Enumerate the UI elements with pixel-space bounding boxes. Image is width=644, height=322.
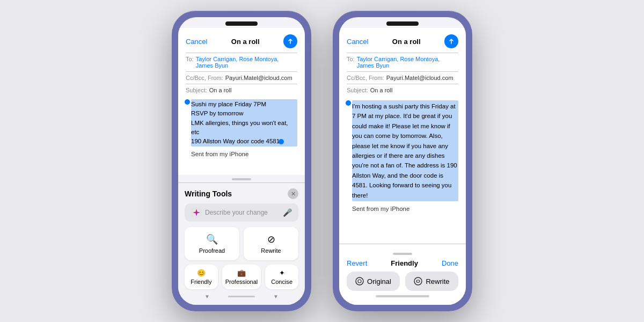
rewrite-toggle-icon: [414, 277, 422, 286]
cancel-button-2[interactable]: Cancel: [347, 38, 368, 46]
subject-field-1[interactable]: Subject: On a roll: [186, 84, 297, 96]
to-value-1: Taylor Carrigan, Rose Montoya, James Byu…: [196, 56, 297, 69]
drag-handle-2[interactable]: [393, 253, 412, 255]
original-icon: [355, 277, 364, 286]
drag-handle-1[interactable]: [232, 178, 251, 180]
ccbcc-field-2[interactable]: Cc/Bcc, From: Payuri.Matel@icloud.com: [347, 71, 458, 84]
cursor-bottom-1: [279, 139, 284, 144]
professional-label: Professional: [225, 279, 258, 285]
send-button-1[interactable]: [283, 34, 297, 48]
subject-label-1: Subject:: [186, 87, 207, 93]
body-footer-text-1: Sent from my iPhone: [191, 150, 297, 159]
ai-sparkle-icon: [191, 207, 202, 218]
dynamic-island-2: [386, 21, 419, 26]
concise-label: Concise: [271, 279, 292, 285]
svg-point-1: [356, 277, 363, 285]
email-header-1: Cancel On a roll To: Taylor Carrigan, Ro…: [178, 28, 305, 96]
writing-tools-panel: Writing Tools ✕: [178, 182, 305, 305]
proofread-icon: 🔍: [206, 233, 218, 245]
to-field-1[interactable]: To: Taylor Carrigan, Rose Montoya, James…: [186, 53, 297, 71]
ccbcc-label-1: Cc/Bcc, From:: [186, 75, 223, 81]
email-header-2: Cancel On a roll To: Taylor Carrigan, Ro…: [339, 28, 466, 96]
phone-1-screen: Cancel On a roll To: Taylor Carrigan, Ro…: [178, 17, 305, 305]
cursor-top-2: [346, 100, 351, 106]
subject-field-2[interactable]: Subject: On a roll: [347, 84, 458, 96]
to-label-2: To:: [347, 56, 355, 62]
subject-value-1: On a roll: [209, 87, 232, 93]
wt-header: Writing Tools ✕: [185, 188, 298, 199]
send-button-2[interactable]: [444, 34, 458, 48]
email-compose-2: Cancel On a roll To: Taylor Carrigan, Ro…: [339, 28, 466, 244]
dynamic-island-1: [225, 21, 258, 26]
ccbcc-value-2: Payuri.Matel@icloud.com: [386, 75, 453, 81]
revert-button[interactable]: Revert: [347, 259, 367, 267]
cancel-button-1[interactable]: Cancel: [186, 38, 207, 46]
original-button[interactable]: Original: [347, 272, 400, 291]
phones-container: Cancel On a roll To: Taylor Carrigan, Ro…: [0, 0, 644, 322]
professional-icon: 💼: [237, 269, 246, 277]
concise-icon: ✦: [279, 269, 285, 277]
wt-small-buttons: 😊 Friendly 💼 Professional ✦ Concise: [185, 265, 298, 289]
rewrite-toggle-button[interactable]: Rewrite: [405, 272, 458, 291]
subject-label-2: Subject:: [347, 87, 368, 93]
email-body-1[interactable]: Sushi my place Friday 7PMRSVP by tomorro…: [178, 96, 305, 175]
to-value-2: Taylor Carrigan, Rose Montoya, James Byu…: [357, 56, 458, 69]
ccbcc-label-2: Cc/Bcc, From:: [347, 75, 384, 81]
friendly-label: Friendly: [191, 279, 211, 285]
mic-icon[interactable]: 🎤: [283, 208, 292, 217]
professional-button[interactable]: 💼 Professional: [222, 265, 261, 289]
nav-row-2: Cancel On a roll: [347, 32, 458, 53]
wt-close-button[interactable]: ✕: [288, 188, 298, 199]
rewrite-toggle-row: Original Rewrite: [347, 272, 458, 291]
to-label-1: To:: [186, 56, 194, 62]
concise-button[interactable]: ✦ Concise: [265, 265, 298, 289]
ccbcc-value-1: Payuri.Matel@icloud.com: [225, 75, 292, 81]
to-field-2[interactable]: To: Taylor Carrigan, Rose Montoya, James…: [347, 53, 458, 71]
phone-1: Cancel On a roll To: Taylor Carrigan, Ro…: [172, 11, 311, 311]
friendly-button[interactable]: 😊 Friendly: [185, 265, 218, 289]
original-label: Original: [367, 277, 391, 286]
wt-large-buttons: 🔍 Proofread ⊘ Rewrite: [185, 227, 298, 260]
rewrite-mode-row: Revert Friendly Done: [347, 257, 458, 272]
svg-point-2: [414, 277, 422, 285]
rewritten-text: I'm hosting a sushi party this Friday at…: [352, 100, 458, 201]
wt-search-placeholder: Describe your change: [205, 209, 280, 216]
home-indicator-2: [376, 295, 429, 297]
email-compose-1: Cancel On a roll To: Taylor Carrigan, Ro…: [178, 28, 305, 175]
rewrite-body-2[interactable]: I'm hosting a sushi party this Friday at…: [339, 96, 466, 244]
body-footer-text-2: Sent from my iPhone: [352, 204, 458, 214]
proofread-label: Proofread: [199, 247, 225, 254]
proofread-button[interactable]: 🔍 Proofread: [185, 227, 239, 260]
rewrite-button[interactable]: ⊘ Rewrite: [244, 227, 298, 260]
nav-title-2: On a roll: [392, 38, 421, 46]
nav-title-1: On a roll: [231, 38, 260, 46]
phone-2: Cancel On a roll To: Taylor Carrigan, Ro…: [333, 11, 472, 311]
rewrite-label: Rewrite: [261, 247, 281, 254]
wt-title: Writing Tools: [185, 189, 232, 198]
rewrite-icon: ⊘: [267, 233, 275, 245]
phone-2-screen: Cancel On a roll To: Taylor Carrigan, Ro…: [339, 17, 466, 305]
done-button[interactable]: Done: [442, 259, 458, 267]
cursor-top-1: [185, 99, 190, 105]
rewrite-footer: Revert Friendly Done Original: [339, 244, 466, 305]
scroll-indicators: ▼ ▼: [185, 294, 298, 299]
nav-row-1: Cancel On a roll: [186, 32, 297, 53]
ccbcc-field-1[interactable]: Cc/Bcc, From: Payuri.Matel@icloud.com: [186, 71, 297, 84]
wt-search-bar[interactable]: Describe your change 🎤: [185, 203, 298, 222]
friendly-icon: 😊: [197, 269, 206, 277]
subject-value-2: On a roll: [370, 87, 393, 93]
selected-text-1: Sushi my place Friday 7PMRSVP by tomorro…: [191, 99, 297, 147]
mode-label: Friendly: [391, 259, 418, 267]
rewrite-toggle-label: Rewrite: [426, 277, 449, 286]
